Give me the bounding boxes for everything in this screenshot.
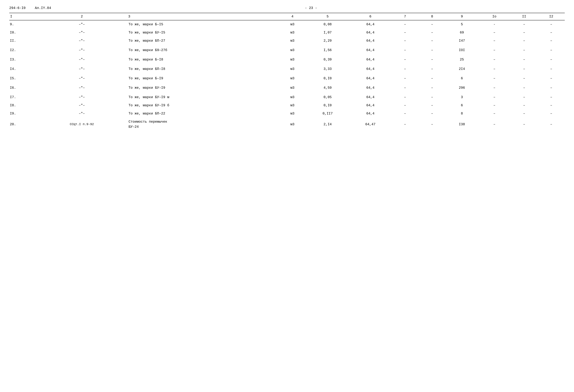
row-col7: – — [391, 74, 418, 83]
row-col2: –"– — [36, 109, 127, 118]
row-col11: – — [511, 74, 538, 83]
row-col10: – — [478, 74, 511, 83]
row-col9: 5 — [446, 20, 478, 29]
row-col7: – — [391, 93, 418, 101]
row-col7: – — [391, 84, 418, 92]
spacer-row — [9, 64, 565, 65]
row-col9: IOI — [446, 46, 478, 54]
row-col4: м3 — [279, 29, 306, 37]
row-col4: м3 — [279, 37, 306, 45]
row-col12: – — [538, 56, 565, 64]
row-col11: – — [511, 29, 538, 37]
row-col3: То же, марки БУ–I9 — [127, 84, 279, 92]
col-header-4: 4 — [279, 13, 306, 20]
row-num: I5. — [9, 74, 36, 83]
row-col7: – — [391, 29, 418, 37]
row-col8: – — [419, 56, 446, 64]
row-col2: –"– — [36, 74, 127, 83]
row-col2: –"– — [36, 101, 127, 109]
row-col9: 8 — [446, 109, 478, 118]
row-col10: – — [478, 118, 511, 131]
row-col12: – — [538, 118, 565, 131]
table-row: 20. ССЦт.I п.9-92 Стоимость перемычекБУ–… — [9, 118, 565, 131]
row-col8: – — [419, 37, 446, 45]
table-row: I9. –"– То же, марки БП–22 м3 0,II7 64,4… — [9, 109, 565, 118]
row-col3: То же, марки БП–22 — [127, 109, 279, 118]
table-row: I5. –"– То же, марки Б–I9 м3 0,I0 64,4 –… — [9, 74, 565, 83]
col-header-9: 9 — [446, 13, 478, 20]
row-col5: 3,33 — [306, 65, 349, 73]
row-col9: I38 — [446, 118, 478, 131]
row-col12: – — [538, 65, 565, 73]
row-col8: – — [419, 46, 446, 54]
col-header-12: I2 — [538, 13, 565, 20]
row-col10: – — [478, 46, 511, 54]
row-col11: – — [511, 56, 538, 64]
row-col4: м3 — [279, 109, 306, 118]
row-col8: – — [419, 93, 446, 101]
table-row: I8. –"– То же, марки БУ–I9 б м3 0,I0 64,… — [9, 101, 565, 109]
row-col6: 64,4 — [349, 29, 391, 37]
row-col5: 2,29 — [306, 37, 349, 45]
row-col10: – — [478, 84, 511, 92]
row-col5: I,56 — [306, 46, 349, 54]
row-col3: То же, марки Б9–27б — [127, 46, 279, 54]
main-table: I 2 3 4 5 6 7 8 9 Io II I2 9. –"– То же,… — [9, 13, 565, 131]
row-num: 9. — [9, 20, 36, 29]
row-col9: 25 — [446, 56, 478, 64]
row-col12: – — [538, 37, 565, 45]
row-num: 20. — [9, 118, 36, 131]
row-num: I4. — [9, 65, 36, 73]
column-header-row: I 2 3 4 5 6 7 8 9 Io II I2 — [9, 13, 565, 20]
row-col5: 2,I4 — [306, 118, 349, 131]
row-num: I3. — [9, 56, 36, 64]
doc-code: Ал.IY.84 — [35, 6, 51, 10]
row-col6: 64,4 — [349, 74, 391, 83]
table-row: I0. –"– То же, марки БУ–I5 м3 I,07 64,4 … — [9, 29, 565, 37]
row-col11: – — [511, 109, 538, 118]
row-col6: 64,4 — [349, 109, 391, 118]
row-col5: 0,08 — [306, 20, 349, 29]
row-col8: – — [419, 109, 446, 118]
row-col2: –"– — [36, 29, 127, 37]
row-col3: То же, марки Б–I8 — [127, 56, 279, 64]
row-col8: – — [419, 29, 446, 37]
row-col4: м3 — [279, 20, 306, 29]
row-col12: – — [538, 20, 565, 29]
row-col2: –"– — [36, 93, 127, 101]
row-col8: – — [419, 118, 446, 131]
row-num: I9. — [9, 109, 36, 118]
row-col3: То же, марки БУ–I5 — [127, 29, 279, 37]
row-col10: – — [478, 56, 511, 64]
row-col11: – — [511, 118, 538, 131]
row-col3: То же, марки БП–I8 — [127, 65, 279, 73]
row-col7: – — [391, 118, 418, 131]
row-col12: – — [538, 93, 565, 101]
row-col12: – — [538, 74, 565, 83]
row-col8: – — [419, 20, 446, 29]
row-col2: –"– — [36, 56, 127, 64]
row-col6: 64,4 — [349, 37, 391, 45]
row-col6: 64,4 — [349, 65, 391, 73]
row-col9: 2I4 — [446, 65, 478, 73]
row-col11: – — [511, 101, 538, 109]
row-col5: 0,39 — [306, 56, 349, 64]
row-num: I0. — [9, 29, 36, 37]
row-col6: 64,47 — [349, 118, 391, 131]
row-col2: –"– — [36, 20, 127, 29]
row-col12: – — [538, 46, 565, 54]
row-col8: – — [419, 101, 446, 109]
row-col12: – — [538, 84, 565, 92]
row-col4: м3 — [279, 84, 306, 92]
row-col4: м3 — [279, 65, 306, 73]
row-col4: м3 — [279, 118, 306, 131]
row-col6: 64,4 — [349, 56, 391, 64]
row-col7: – — [391, 56, 418, 64]
row-col2: –"– — [36, 65, 127, 73]
row-col6: 64,4 — [349, 84, 391, 92]
col-header-11: II — [511, 13, 538, 20]
row-col7: – — [391, 37, 418, 45]
row-col4: м3 — [279, 74, 306, 83]
col-header-7: 7 — [391, 13, 418, 20]
row-col2: –"– — [36, 37, 127, 45]
